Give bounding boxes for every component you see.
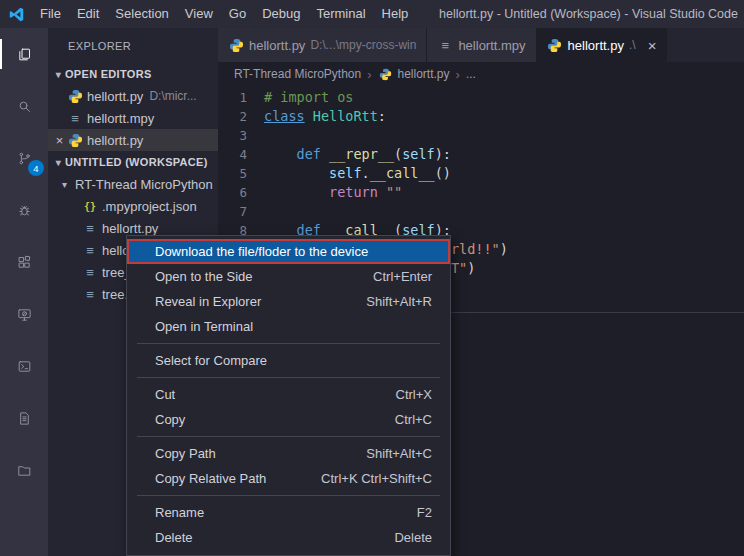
activity-extensions-button[interactable] <box>0 236 48 288</box>
code-line: 3 <box>218 126 744 145</box>
code-token <box>264 183 329 202</box>
menu-item-label: Copy Path <box>155 446 354 461</box>
context-menu-item[interactable]: Select for Compare <box>127 348 450 373</box>
json-file-icon: {} <box>82 198 98 214</box>
breadcrumb-label: ... <box>466 67 476 81</box>
breadcrumb-item[interactable]: RT-Thread MicroPython <box>234 67 361 81</box>
activity-remote-device-button[interactable] <box>0 288 48 340</box>
code-line: 6 return "" <box>218 183 744 202</box>
tree-folder[interactable]: ▾RT-Thread MicroPython <box>48 173 218 195</box>
chevron-down-icon: ▾ <box>58 179 71 190</box>
editor-tab[interactable]: ≡hellortt.mpy <box>427 28 536 62</box>
breadcrumb-separator: › <box>367 67 371 82</box>
context-menu-item[interactable]: Open to the SideCtrl+Enter <box>127 264 450 289</box>
open-editors-label: OPEN EDITORS <box>65 68 152 80</box>
menu-item-label: Open in Terminal <box>155 319 420 334</box>
remote-device-icon <box>16 306 32 322</box>
context-menu-item[interactable]: Download the file/floder to the device <box>127 239 450 264</box>
code-token <box>321 145 329 164</box>
tree-file[interactable]: {}.mpyproject.json <box>48 195 218 217</box>
activity-output-file-button[interactable] <box>0 392 48 444</box>
menubar-item-edit[interactable]: Edit <box>69 6 107 21</box>
line-number: 5 <box>218 164 264 183</box>
tab-label: hellortt.mpy <box>458 38 525 53</box>
code-token: __repr__ <box>329 145 394 164</box>
close-icon[interactable]: × <box>648 38 657 53</box>
context-menu-item[interactable]: RenameF2 <box>127 500 450 525</box>
file-label: hellortt.py <box>87 133 143 148</box>
breadcrumb-item[interactable]: ... <box>466 67 476 81</box>
activity-folder-button[interactable] <box>0 444 48 496</box>
tab-path-detail: D:\...\mpy-cross-win <box>310 38 416 52</box>
line-number: 6 <box>218 183 264 202</box>
context-menu-item[interactable]: Open in Terminal <box>127 314 450 339</box>
python-file-icon <box>67 132 83 148</box>
context-menu-item[interactable]: CopyCtrl+C <box>127 407 450 432</box>
menu-item-label: Reveal in Explorer <box>155 294 354 309</box>
menubar-item-help[interactable]: Help <box>374 6 417 21</box>
code-token <box>378 183 386 202</box>
code-token <box>305 107 313 126</box>
breadcrumb-item[interactable]: hellortt.py <box>378 66 450 82</box>
menubar-item-terminal[interactable]: Terminal <box>308 6 373 21</box>
mpy-file-icon: ≡ <box>82 264 98 280</box>
open-editor-item[interactable]: hellortt.pyD:\micr... <box>48 85 218 107</box>
context-menu-item[interactable]: DeleteDelete <box>127 525 450 550</box>
activity-terminal-box-button[interactable] <box>0 340 48 392</box>
context-menu-item[interactable]: Reveal in ExplorerShift+Alt+R <box>127 289 450 314</box>
context-menu-item[interactable]: CutCtrl+X <box>127 382 450 407</box>
activity-source-control-button[interactable]: 4 <box>0 132 48 184</box>
open-editors-header[interactable]: ▾ OPEN EDITORS <box>48 63 218 85</box>
menubar-item-debug[interactable]: Debug <box>254 6 308 21</box>
open-editor-item[interactable]: ×hellortt.py <box>48 129 218 151</box>
terminal-box-icon <box>16 358 32 374</box>
menubar-item-go[interactable]: Go <box>221 6 254 21</box>
menu-item-shortcut: Ctrl+Enter <box>373 269 432 284</box>
menu-item-shortcut: Shift+Alt+R <box>366 294 432 309</box>
context-menu-item[interactable]: Copy Relative PathCtrl+K Ctrl+Shift+C <box>127 466 450 491</box>
code-token <box>264 145 297 164</box>
menubar: FileEditSelectionViewGoDebugTerminalHelp <box>32 0 416 28</box>
menu-separator <box>137 436 440 437</box>
code-token: # import os <box>264 88 353 107</box>
file-label: hellortt.py <box>87 89 143 104</box>
line-number: 1 <box>218 88 264 107</box>
menubar-item-view[interactable]: View <box>177 6 221 21</box>
tab-label: hellortt.py <box>568 38 624 53</box>
code-token: ) <box>500 240 508 259</box>
activity-debug-button[interactable] <box>0 184 48 236</box>
menu-item-shortcut: F2 <box>417 505 432 520</box>
editor-tab[interactable]: hellortt.pyD:\...\mpy-cross-win <box>218 28 427 62</box>
code-token: class <box>264 107 305 126</box>
context-menu: Download the file/floder to the deviceOp… <box>126 235 451 556</box>
extensions-icon <box>16 254 32 270</box>
code-token: ) <box>467 259 475 278</box>
activity-files-button[interactable] <box>0 28 48 80</box>
code-token: () <box>435 164 451 183</box>
output-file-icon <box>16 410 32 426</box>
python-file-icon <box>228 37 244 53</box>
code-token: ): <box>435 145 451 164</box>
code-token: self <box>402 145 435 164</box>
mpy-file-icon: ≡ <box>67 110 83 126</box>
python-file-icon <box>67 88 83 104</box>
close-icon[interactable]: × <box>52 133 67 148</box>
editor-tab[interactable]: hellortt.py.\× <box>537 28 668 62</box>
workspace-header[interactable]: ▾ UNTITLED (WORKSPACE) <box>48 151 218 173</box>
activity-search-button[interactable] <box>0 80 48 132</box>
context-menu-item[interactable]: Copy PathShift+Alt+C <box>127 441 450 466</box>
python-file-icon <box>547 37 563 53</box>
chevron-down-icon: ▾ <box>52 157 65 168</box>
workspace-label: UNTITLED (WORKSPACE) <box>65 156 208 168</box>
menu-item-label: Download the file/floder to the device <box>155 244 420 259</box>
breadcrumb-label: RT-Thread MicroPython <box>234 67 361 81</box>
menubar-item-file[interactable]: File <box>32 6 69 21</box>
mpy-file-icon: ≡ <box>82 242 98 258</box>
files-icon <box>16 46 32 62</box>
menu-item-label: Rename <box>155 505 405 520</box>
menubar-item-selection[interactable]: Selection <box>107 6 176 21</box>
tab-label: hellortt.py <box>249 38 305 53</box>
open-editor-item[interactable]: ≡hellortt.mpy <box>48 107 218 129</box>
code-line: 1# import os <box>218 88 744 107</box>
line-number: 3 <box>218 126 264 145</box>
